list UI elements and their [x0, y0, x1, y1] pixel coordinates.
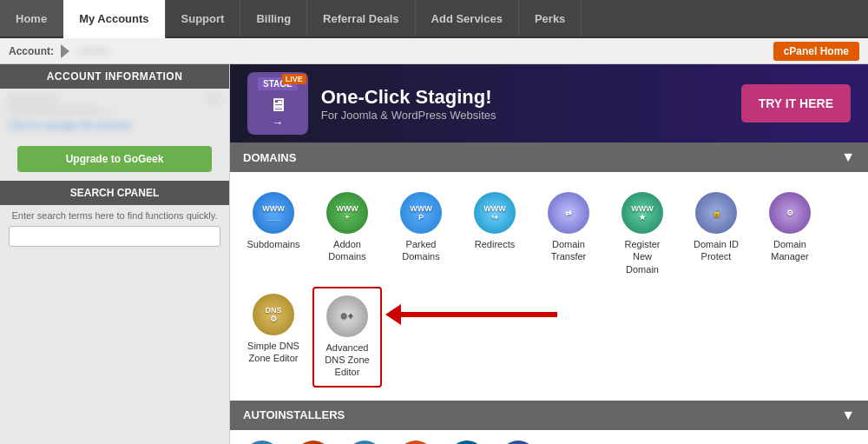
info-row-domain	[9, 101, 220, 103]
icon-joomla[interactable]: J!	[294, 441, 332, 444]
icon-domain-transfer[interactable]: ⇄ DomainTransfer	[534, 185, 603, 282]
subdomains-icon: WWW___	[253, 192, 294, 234]
staging-banner: STAGE LIVE 🖥 → One-Click Staging! For Jo…	[230, 64, 868, 142]
live-label: LIVE	[282, 74, 306, 84]
account-bar: Account: cPanel Home	[0, 38, 868, 64]
nav-tab-referral-deals[interactable]: Referral Deals	[307, 0, 415, 36]
red-arrow	[385, 304, 557, 325]
autoinstallers-chevron-icon[interactable]: ▼	[841, 408, 855, 423]
domain-manager-label: DomainManager	[771, 238, 808, 263]
icon-wordpress-1[interactable]: W	[243, 441, 281, 444]
autoinstallers-section-header: AUTOINSTALLERS ▼	[230, 401, 868, 430]
simple-dns-icon: DNS⚙	[253, 294, 294, 335]
domains-section-header: DOMAINS ▼	[230, 142, 868, 172]
content-area: STAGE LIVE 🖥 → One-Click Staging! For Jo…	[230, 64, 868, 444]
icon-wordpress-2[interactable]: W	[345, 441, 384, 444]
redirects-icon: WWW↪	[474, 192, 516, 234]
autoinstaller-icons-row: W J! W M Dr php	[230, 430, 868, 444]
icon-domain-id-protect[interactable]: 🔒 Domain IDProtect	[681, 185, 751, 282]
account-name	[76, 50, 111, 53]
banner-stage-graphic: STAGE LIVE 🖥 →	[247, 72, 308, 135]
icon-simple-dns-zone-editor[interactable]: DNS⚙ Simple DNSZone Editor	[239, 287, 308, 388]
addon-domains-icon: WWW+	[326, 192, 368, 234]
try-it-here-button[interactable]: TRY IT HERE	[741, 84, 851, 123]
icon-advanced-dns-zone-editor[interactable]: ⚙✦ AdvancedDNS ZoneEditor	[312, 287, 382, 388]
cpanel-home-button[interactable]: cPanel Home	[773, 42, 859, 61]
icon-drupal[interactable]: Dr	[448, 441, 486, 444]
info-row-username	[9, 96, 220, 97]
parked-domains-icon: WWWP	[400, 192, 442, 234]
sidebar: ACCOUNT INFORMATION Click to manage this…	[0, 64, 230, 444]
nav-tab-billing[interactable]: Billing	[240, 0, 307, 36]
icon-redirects[interactable]: WWW↪ Redirects	[460, 185, 529, 282]
simple-dns-label: Simple DNSZone Editor	[247, 340, 299, 365]
icon-register-new-domain[interactable]: WWW★ RegisterNewDomain	[608, 185, 677, 282]
banner-title: One-Click Staging!	[321, 86, 741, 109]
account-arrow-icon	[61, 44, 69, 58]
domains-section-title: DOMAINS	[243, 151, 296, 164]
domain-id-protect-label: Domain IDProtect	[694, 238, 739, 263]
domains-chevron-icon[interactable]: ▼	[841, 149, 855, 165]
parked-domains-label: ParkedDomains	[402, 238, 439, 263]
icon-magento[interactable]: M	[397, 441, 435, 444]
search-input[interactable]	[9, 226, 220, 247]
advanced-dns-icon: ⚙✦	[326, 295, 368, 337]
manage-account-link[interactable]: Click to manage this account	[9, 120, 131, 130]
domain-transfer-label: DomainTransfer	[551, 238, 587, 263]
domain-manager-icon: ⚙	[769, 192, 811, 234]
domains-icons-grid: WWW___ Subdomains WWW+ AddonDomains WWWP…	[230, 172, 868, 401]
addon-domains-label: AddonDomains	[328, 238, 365, 263]
search-description: Enter search terms here to find function…	[0, 205, 229, 226]
icon-domain-manager[interactable]: ⚙ DomainManager	[755, 185, 825, 282]
top-navigation: Home My Accounts Support Billing Referra…	[0, 0, 868, 38]
domains-section: DOMAINS ▼ WWW___ Subdomains WWW+ AddonDo…	[230, 142, 868, 401]
account-info-title: ACCOUNT INFORMATION	[0, 64, 229, 89]
domain-id-protect-icon: 🔒	[695, 192, 737, 234]
account-label: Account:	[9, 45, 54, 57]
register-new-domain-label: RegisterNewDomain	[625, 238, 661, 275]
banner-text: One-Click Staging! For Joomla & WordPres…	[321, 86, 741, 122]
upgrade-button[interactable]: Upgrade to GoGeek	[17, 146, 212, 172]
autoinstallers-title: AUTOINSTALLERS	[243, 408, 345, 421]
icon-addon-domains[interactable]: WWW+ AddonDomains	[312, 185, 382, 282]
advanced-dns-label: AdvancedDNS ZoneEditor	[325, 341, 369, 379]
main-layout: ACCOUNT INFORMATION Click to manage this…	[0, 64, 868, 444]
icon-phpbb[interactable]: php	[499, 441, 537, 444]
search-cpanel-title: SEARCH CPANEL	[0, 181, 229, 205]
nav-tab-perks[interactable]: Perks	[519, 0, 582, 36]
banner-subtitle: For Joomla & WordPress Websites	[321, 109, 741, 122]
icon-parked-domains[interactable]: WWWP ParkedDomains	[386, 185, 456, 282]
redirects-label: Redirects	[475, 238, 515, 250]
nav-tab-my-accounts[interactable]: My Accounts	[63, 0, 165, 38]
nav-tab-support[interactable]: Support	[166, 0, 241, 36]
account-info-content: Click to manage this account	[0, 89, 229, 137]
icon-subdomains[interactable]: WWW___ Subdomains	[239, 185, 308, 282]
info-row-ip	[9, 106, 220, 108]
nav-tab-add-services[interactable]: Add Services	[416, 0, 519, 36]
nav-tab-home[interactable]: Home	[0, 0, 63, 36]
info-row-homedir	[9, 111, 220, 113]
subdomains-label: Subdomains	[247, 238, 299, 250]
domain-transfer-icon: ⇄	[548, 192, 589, 234]
register-new-domain-icon: WWW★	[621, 192, 663, 234]
autoinstallers-section: AUTOINSTALLERS ▼ W J! W M Dr	[230, 401, 868, 444]
